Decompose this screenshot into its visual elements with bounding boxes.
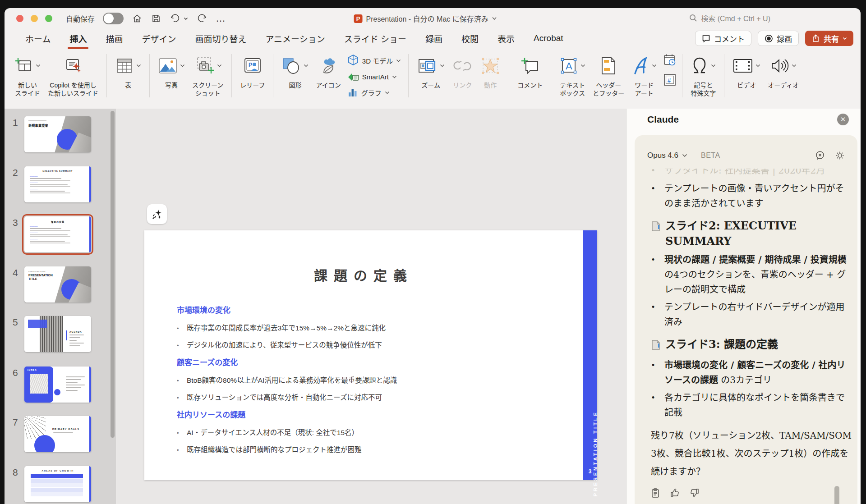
slide-thumbnail-6[interactable]: INTRO <box>24 367 91 403</box>
powerpoint-icon: P <box>354 14 363 23</box>
undo-icon[interactable] <box>170 13 180 24</box>
ribbon-copilot-new-slide-button[interactable]: Copilot を使用し た新しいスライド <box>44 52 102 97</box>
clear-chat-icon[interactable] <box>815 151 825 160</box>
thumbs-down-icon[interactable] <box>690 488 700 500</box>
more-commands-icon[interactable]: … <box>216 13 226 24</box>
slide-section-heading: 市場環境の変化 <box>177 305 465 316</box>
tab-home[interactable]: ホーム <box>24 31 51 46</box>
dropdown-chevron-icon[interactable] <box>792 64 797 68</box>
slide-thumbnail-4[interactable]: PRESENTER NAMEPRESENTATION TITLE <box>24 266 91 302</box>
dropdown-chevron-icon[interactable] <box>217 64 222 68</box>
model-selector[interactable]: Opus 4.6 <box>647 151 678 160</box>
dropdown-chevron-icon[interactable] <box>440 64 445 68</box>
ribbon-smartart-button[interactable]: SmartArt <box>347 71 401 83</box>
tab-録画[interactable]: 録画 <box>424 31 443 46</box>
ribbon-3d-model-button[interactable]: 3D モデル <box>347 54 401 67</box>
dropdown-chevron-icon[interactable] <box>180 64 185 68</box>
ribbon-word-art-button[interactable]: ワード アート <box>628 52 660 97</box>
dropdown-chevron-icon[interactable] <box>652 64 657 68</box>
model-chevron-icon[interactable] <box>682 154 687 157</box>
ribbon-audio-button[interactable]: オーディオ <box>764 52 802 89</box>
tab-描画[interactable]: 描画 <box>105 31 124 46</box>
chart-icon <box>347 87 358 99</box>
thumbnail-scrollbar[interactable] <box>111 111 115 438</box>
claude-close-button[interactable]: ✕ <box>837 114 849 125</box>
copy-icon[interactable] <box>651 488 660 500</box>
ribbon-zoom-button[interactable]: ズーム <box>413 52 448 89</box>
ribbon-icons-button[interactable]: アイコン <box>312 52 344 89</box>
home-icon[interactable] <box>132 13 143 24</box>
ribbon-comment-button[interactable]: コメント <box>514 52 546 89</box>
ribbon-relief-button[interactable]: Pレリーフ <box>236 52 268 89</box>
dropdown-chevron-icon[interactable] <box>755 64 760 68</box>
smartart-icon <box>347 71 359 83</box>
ribbon-new-slide-button[interactable]: 新しい スライド <box>11 52 44 97</box>
tab-校閲[interactable]: 校閲 <box>461 31 479 46</box>
thumb-title: 課題の定義 <box>24 220 91 223</box>
tab-スライド ショー[interactable]: スライド ショー <box>343 31 407 46</box>
tab-挿入[interactable]: 挿入 <box>69 31 88 46</box>
search-input[interactable]: 検索 (Cmd + Ctrl + U) <box>689 13 770 23</box>
slide-bullet: •デジタル化の加速により、従来型サービスの競争優位性が低下 <box>177 340 465 350</box>
close-window-button[interactable] <box>16 15 23 22</box>
copilot-new-slide-icon <box>64 56 83 75</box>
slide-thumbnail-7[interactable]: PRIMARY GOALS <box>24 416 91 452</box>
autosave-toggle[interactable] <box>103 13 124 24</box>
dropdown-chevron-icon[interactable] <box>711 64 716 68</box>
slide-thumbnail-2[interactable]: EXECUTIVE SUMMARY——————————————— <box>24 166 91 202</box>
ribbon-date-time-button[interactable] <box>662 53 677 69</box>
save-icon[interactable] <box>151 13 161 24</box>
tab-Acrobat[interactable]: Acrobat <box>533 32 564 45</box>
dropdown-chevron-icon[interactable] <box>304 64 309 68</box>
share-button[interactable]: 共有 <box>805 31 853 46</box>
dropdown-chevron-icon[interactable] <box>36 64 41 68</box>
dropdown-chevron-icon[interactable] <box>580 64 585 68</box>
thumb-title: EXECUTIVE SUMMARY <box>24 170 91 172</box>
svg-text:A: A <box>566 60 572 72</box>
undo-menu-chevron[interactable] <box>183 13 189 24</box>
slide-thumbnail-1[interactable]: 新規事業提案 <box>24 116 91 152</box>
thumbs-up-icon[interactable] <box>670 488 680 500</box>
designer-sparkle-button[interactable] <box>147 204 167 224</box>
document-title-area[interactable]: P Presentation - 自分の Mac に保存済み <box>354 8 497 29</box>
ribbon-symbol-button[interactable]: 記号と 特殊文字 <box>687 52 719 97</box>
current-slide[interactable]: 課題の定義 市場環境の変化•既存事業の年間成長率が過去3年で15%→5%→2%と… <box>144 230 597 480</box>
record-button[interactable]: 録画 <box>758 31 799 46</box>
ribbon-slide-number-button[interactable]: # <box>662 73 677 88</box>
comments-button[interactable]: コメント <box>695 31 751 46</box>
claude-bullet: •現状の課題 / 提案概要 / 期待成果 / 投資規模 の4つのセクションを、青… <box>651 252 853 297</box>
claude-bullet: •市場環境の変化 / 顧客ニーズの変化 / 社内リソースの課題 の3カテゴリ <box>651 358 853 388</box>
ribbon-chart-button[interactable]: グラフ <box>347 87 401 99</box>
slide-thumbnail-8[interactable]: AREAS OF GROWTH <box>24 466 91 502</box>
tab-デザイン[interactable]: デザイン <box>141 31 177 46</box>
tab-アニメーション[interactable]: アニメーション <box>265 31 326 46</box>
slide-thumbnail-5[interactable]: AGENDA <box>24 316 91 352</box>
dropdown-chevron-icon[interactable] <box>385 91 390 95</box>
ribbon-screenshot-button[interactable]: スクリーン ショット <box>189 52 227 97</box>
settings-gear-icon[interactable] <box>835 151 845 160</box>
ribbon-photos-button[interactable]: 写真 <box>154 52 189 89</box>
slide-body-text[interactable]: 市場環境の変化•既存事業の年間成長率が過去3年で15%→5%→2%と急速に鈍化•… <box>177 299 465 462</box>
ribbon-text-box-button[interactable]: Aテキスト ボックス <box>556 52 589 97</box>
ribbon-tabs: ホーム挿入描画デザイン画面切り替えアニメーションスライド ショー録画校閲表示Ac… <box>24 31 564 46</box>
slide-canvas: 課題の定義 市場環境の変化•既存事業の年間成長率が過去3年で15%→5%→2%と… <box>117 109 626 504</box>
claude-scrollbar[interactable] <box>834 486 839 504</box>
ribbon-video-button[interactable]: ビデオ <box>729 52 764 89</box>
slide-thumbnail-3[interactable]: 課題の定義——————————————— <box>24 216 91 252</box>
dropdown-chevron-icon[interactable] <box>392 75 397 79</box>
minimize-window-button[interactable] <box>31 15 38 22</box>
slide-title[interactable]: 課題の定義 <box>144 265 583 284</box>
ribbon-header-footer-button[interactable]: ヘッダー とフッター <box>589 52 628 97</box>
dropdown-chevron-icon[interactable] <box>136 64 141 68</box>
zoom-window-button[interactable] <box>45 15 52 22</box>
redo-icon[interactable] <box>197 13 207 24</box>
claude-panel-title: Claude <box>647 114 679 125</box>
link-icon <box>453 58 472 74</box>
dropdown-chevron-icon[interactable] <box>396 59 401 63</box>
ribbon-shapes-button[interactable]: 図形 <box>278 52 312 89</box>
screenshot-icon <box>194 56 215 75</box>
ribbon-table-button[interactable]: 表 <box>111 52 145 89</box>
document-icon <box>651 220 661 249</box>
tab-表示[interactable]: 表示 <box>497 31 516 46</box>
tab-画面切り替え[interactable]: 画面切り替え <box>194 31 247 46</box>
